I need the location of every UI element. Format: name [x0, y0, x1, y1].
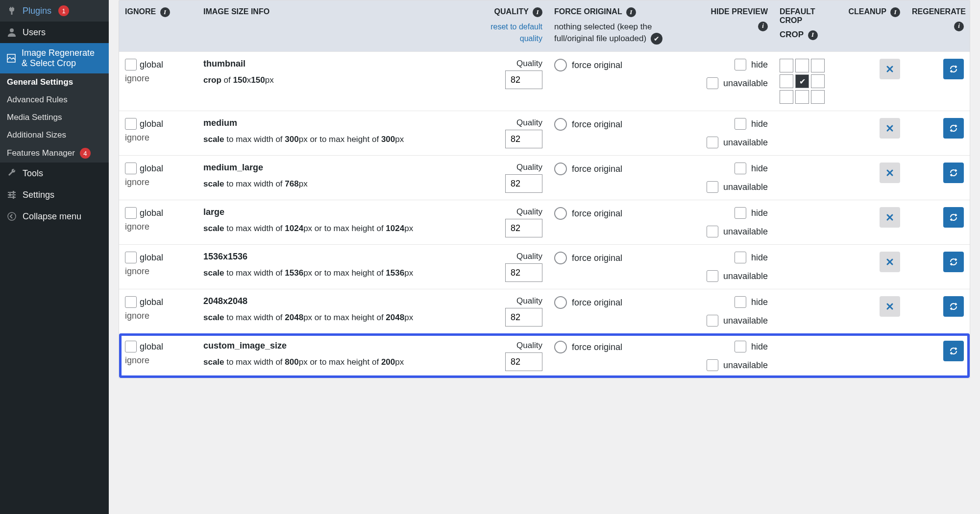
hide-label: hide: [751, 208, 768, 218]
size-description: scale to max width of 2048px or to max h…: [203, 311, 469, 324]
crop-position-cell[interactable]: [811, 59, 825, 72]
regenerate-button[interactable]: [943, 118, 964, 139]
regenerate-button[interactable]: [943, 163, 964, 183]
crop-position-cell[interactable]: [811, 90, 825, 104]
unavailable-checkbox[interactable]: [707, 315, 718, 327]
hide-label: hide: [751, 342, 768, 352]
cell-force-original: force original: [548, 59, 695, 104]
crop-position-cell[interactable]: ✔: [795, 74, 809, 88]
force-original-radio[interactable]: [554, 341, 567, 353]
crop-position-cell[interactable]: [795, 90, 809, 104]
info-icon[interactable]: i: [160, 7, 170, 17]
ignore-label: ignore: [125, 355, 192, 366]
nav-item-users[interactable]: Users: [0, 22, 109, 43]
cleanup-button[interactable]: [880, 59, 900, 79]
cell-size-info: 2048x2048scale to max width of 2048px or…: [197, 296, 475, 327]
submenu-item[interactable]: Additional Sizes: [0, 126, 109, 144]
regenerate-button[interactable]: [943, 252, 964, 272]
info-icon[interactable]: i: [808, 30, 818, 40]
crop-position-cell[interactable]: [811, 74, 825, 88]
cell-hide-preview: hideunavailable: [695, 341, 774, 371]
info-icon[interactable]: i: [626, 7, 636, 17]
nav-item-plugins[interactable]: Plugins1: [0, 0, 109, 22]
global-ignore-checkbox[interactable]: [125, 163, 137, 174]
regenerate-button[interactable]: [943, 296, 964, 317]
nav-item-image-regenerate-select-crop[interactable]: Image Regenerate & Select Crop: [0, 43, 109, 73]
cleanup-button[interactable]: [880, 296, 900, 317]
hide-checkbox[interactable]: [735, 296, 746, 308]
global-ignore-checkbox[interactable]: [125, 341, 137, 352]
nav-item-collapse-menu[interactable]: Collapse menu: [0, 206, 109, 227]
crop-position-cell[interactable]: [780, 59, 793, 72]
cell-cleanup: [842, 59, 906, 104]
cell-size-info: largescale to max width of 1024px or to …: [197, 207, 475, 237]
force-original-radio[interactable]: [554, 118, 567, 131]
global-ignore-checkbox[interactable]: [125, 59, 137, 70]
submenu-item[interactable]: Advanced Rules: [0, 91, 109, 109]
submenu-item[interactable]: General Settings: [0, 73, 109, 91]
size-description: scale to max width of 800px or to max he…: [203, 356, 469, 369]
quality-input[interactable]: [505, 174, 542, 193]
size-description: scale to max width of 768px: [203, 178, 469, 190]
cleanup-button[interactable]: [880, 118, 900, 139]
unavailable-checkbox[interactable]: [707, 137, 718, 148]
reset-quality-link[interactable]: reset to default quality: [490, 23, 542, 43]
unavailable-checkbox[interactable]: [707, 359, 718, 371]
global-ignore-checkbox[interactable]: [125, 118, 137, 130]
quality-input[interactable]: [505, 70, 542, 89]
cell-cleanup: [842, 341, 906, 371]
submenu-item[interactable]: Media Settings: [0, 109, 109, 126]
crop-position-grid: ✔: [780, 59, 836, 104]
regenerate-button[interactable]: [943, 341, 964, 361]
force-original-radio[interactable]: [554, 252, 567, 264]
svg-rect-7: [13, 196, 14, 199]
nav-item-tools[interactable]: Tools: [0, 163, 109, 184]
hide-checkbox[interactable]: [735, 252, 746, 263]
th-quality: QUALITY i reset to default quality: [475, 7, 548, 45]
hide-checkbox[interactable]: [735, 207, 746, 219]
regenerate-button[interactable]: [943, 59, 964, 79]
quality-input[interactable]: [505, 308, 542, 327]
cell-ignore: globalignore: [119, 163, 197, 193]
hide-checkbox[interactable]: [735, 59, 746, 70]
quality-input[interactable]: [505, 352, 542, 371]
global-ignore-checkbox[interactable]: [125, 207, 137, 219]
size-row: globalignorelargescale to max width of 1…: [119, 200, 970, 244]
unavailable-checkbox[interactable]: [707, 226, 718, 237]
hide-checkbox[interactable]: [735, 118, 746, 130]
cell-force-original: force original: [548, 207, 695, 237]
quality-input[interactable]: [505, 219, 542, 237]
info-icon[interactable]: i: [533, 7, 542, 17]
quality-input[interactable]: [505, 263, 542, 282]
cleanup-button[interactable]: [880, 207, 900, 228]
info-icon[interactable]: i: [954, 22, 964, 31]
unavailable-checkbox[interactable]: [707, 181, 718, 193]
unavailable-checkbox[interactable]: [707, 270, 718, 282]
cleanup-button[interactable]: [880, 163, 900, 183]
hide-checkbox[interactable]: [735, 163, 746, 174]
crop-position-cell[interactable]: [795, 59, 809, 72]
info-icon[interactable]: i: [890, 7, 900, 17]
crop-position-cell[interactable]: [780, 90, 793, 104]
force-original-radio[interactable]: [554, 59, 567, 71]
cell-regenerate: [906, 296, 970, 327]
quality-field-label: Quality: [481, 252, 542, 261]
force-original-radio[interactable]: [554, 296, 567, 309]
force-original-label: force original: [572, 298, 622, 307]
unavailable-checkbox[interactable]: [707, 77, 718, 89]
size-row: globalignoremediumscale to max width of …: [119, 111, 970, 155]
force-original-radio[interactable]: [554, 207, 567, 220]
regenerate-button[interactable]: [943, 207, 964, 228]
quality-input[interactable]: [505, 130, 542, 148]
cleanup-button[interactable]: [880, 252, 900, 272]
crop-position-cell[interactable]: [780, 74, 793, 88]
hide-checkbox[interactable]: [735, 341, 746, 352]
size-row: globalignorethumbnailcrop of 150x150pxQu…: [119, 51, 970, 111]
global-ignore-checkbox[interactable]: [125, 296, 137, 308]
submenu-item[interactable]: Features Manager4: [0, 144, 109, 163]
info-icon[interactable]: i: [758, 22, 768, 31]
global-ignore-checkbox[interactable]: [125, 252, 137, 263]
cell-size-info: 1536x1536scale to max width of 1536px or…: [197, 252, 475, 282]
nav-item-settings[interactable]: Settings: [0, 184, 109, 206]
force-original-radio[interactable]: [554, 163, 567, 175]
